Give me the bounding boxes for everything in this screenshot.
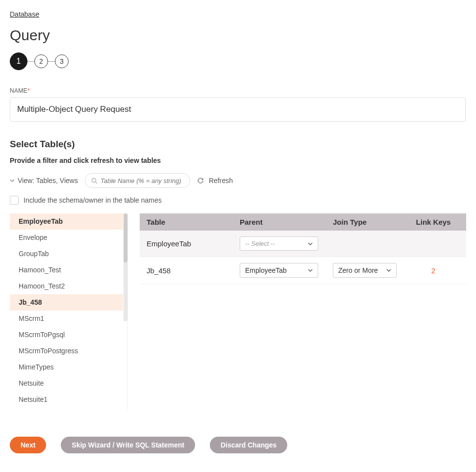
svg-point-0 [92, 178, 96, 182]
table-list-item[interactable]: Hamoon_Test [10, 262, 123, 278]
table-list-item[interactable]: EmployeeTab [10, 213, 123, 230]
parent-select[interactable]: -- Select -- [240, 236, 318, 251]
include-schema-label: Include the schema/owner in the table na… [24, 196, 162, 204]
config-table: Table Parent Join Type Link Keys Employe… [140, 213, 466, 284]
refresh-button[interactable]: Refresh [197, 177, 233, 184]
step-indicator: 1 2 3 [10, 52, 466, 70]
config-header-row: Table Parent Join Type Link Keys [140, 213, 466, 231]
table-list-item[interactable]: Netsuite [10, 375, 123, 392]
header-table: Table [147, 218, 240, 226]
step-2[interactable]: 2 [34, 54, 48, 68]
select-placeholder: -- Select -- [245, 240, 275, 247]
view-label: View: Tables, Views [18, 177, 78, 184]
name-input[interactable] [10, 97, 466, 122]
step-connector [27, 61, 34, 62]
parent-select-value: EmployeeTab [245, 266, 287, 274]
step-3[interactable]: 3 [55, 54, 69, 68]
table-search[interactable] [85, 173, 190, 188]
search-icon [91, 178, 98, 184]
next-button[interactable]: Next [10, 437, 46, 453]
config-row: Jb_458 EmployeeTab Zero or More 2 [140, 257, 466, 284]
table-list-item[interactable]: NullAndBoolTgt [10, 408, 123, 410]
config-row: EmployeeTab -- Select -- [140, 231, 466, 257]
step-1[interactable]: 1 [10, 52, 27, 70]
select-tables-heading: Select Table(s) [10, 139, 466, 150]
scrollbar-thumb[interactable] [124, 213, 127, 262]
join-type-value: Zero or More [338, 266, 378, 274]
table-list-item[interactable]: MScrmToPostgress [10, 343, 123, 359]
view-dropdown[interactable]: View: Tables, Views [10, 177, 78, 184]
refresh-label: Refresh [209, 177, 233, 184]
required-indicator: * [27, 87, 30, 94]
table-list-item[interactable]: MScrm1 [10, 311, 123, 327]
table-list-item[interactable]: Netsuite1 [10, 392, 123, 408]
include-schema-checkbox[interactable] [10, 196, 19, 205]
link-keys-value[interactable]: 2 [411, 266, 455, 275]
config-cell-table: EmployeeTab [147, 239, 240, 248]
header-parent: Parent [240, 218, 333, 226]
table-list-item[interactable]: MScrmToPgsql [10, 327, 123, 343]
chevron-down-icon [308, 268, 313, 273]
config-cell-table: Jb_458 [147, 266, 240, 275]
parent-select[interactable]: EmployeeTab [240, 263, 318, 278]
chevron-down-icon [10, 178, 15, 183]
discard-changes-button[interactable]: Discard Changes [210, 437, 287, 453]
table-list-item[interactable]: Hamoon_Test2 [10, 278, 123, 294]
scrollbar-track[interactable] [124, 213, 127, 321]
table-list-container: EmployeeTabEnvelopeGroupTabHamoon_TestHa… [10, 213, 128, 410]
header-join-type: Join Type [333, 218, 411, 226]
page-title: Query [10, 27, 466, 44]
table-search-input[interactable] [100, 177, 184, 184]
join-type-select[interactable]: Zero or More [333, 263, 397, 278]
filter-hint: Provide a filter and click refresh to vi… [10, 157, 466, 164]
breadcrumb-database[interactable]: Database [10, 10, 39, 18]
header-link-keys: Link Keys [411, 218, 455, 226]
svg-line-1 [95, 182, 97, 184]
table-list-item[interactable]: MimeTypes [10, 359, 123, 375]
chevron-down-icon [386, 268, 391, 273]
table-list-item[interactable]: Envelope [10, 230, 123, 246]
refresh-icon [197, 177, 204, 184]
table-list-item[interactable]: GroupTab [10, 246, 123, 262]
name-field-label: NAME* [10, 87, 466, 94]
table-list[interactable]: EmployeeTabEnvelopeGroupTabHamoon_TestHa… [10, 213, 123, 410]
table-list-item[interactable]: Jb_458 [10, 294, 123, 311]
skip-wizard-button[interactable]: Skip Wizard / Write SQL Statement [61, 437, 195, 453]
step-connector [48, 61, 55, 62]
chevron-down-icon [308, 241, 313, 246]
